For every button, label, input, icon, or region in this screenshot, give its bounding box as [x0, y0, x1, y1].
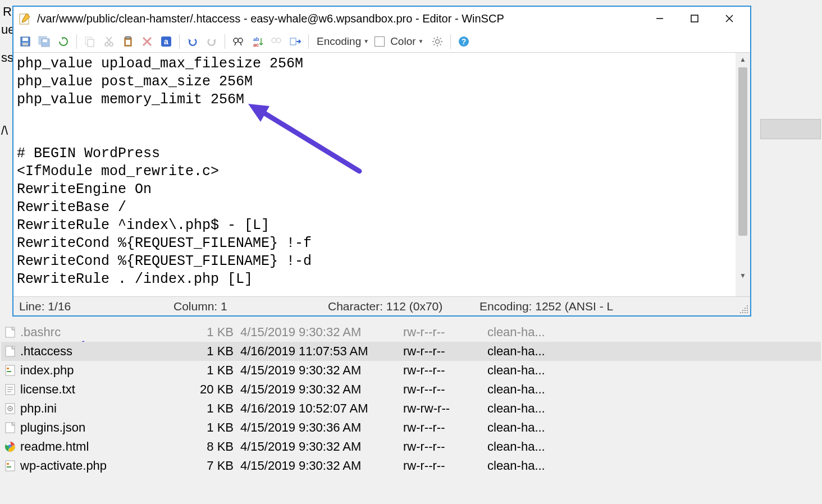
svg-rect-76: [7, 466, 11, 468]
svg-line-27: [235, 43, 236, 45]
svg-point-32: [276, 38, 281, 43]
svg-text:ac: ac: [253, 42, 259, 47]
svg-line-42: [440, 38, 441, 39]
svg-rect-48: [742, 310, 743, 311]
file-icon: [3, 440, 17, 453]
file-icon: [3, 326, 17, 339]
color-swatch[interactable]: [375, 36, 385, 47]
select-all-button[interactable]: a: [158, 33, 175, 50]
file-date: 4/15/2019 9:30:36 AM: [240, 420, 403, 435]
settings-button[interactable]: [429, 33, 446, 50]
file-row[interactable]: license.txt20 KB4/15/2019 9:30:32 AMrw-r…: [1, 380, 821, 399]
title-bar[interactable]: /var/www/public/clean-hamster/.htaccess …: [13, 7, 750, 30]
file-icon: [3, 421, 17, 434]
svg-rect-52: [742, 312, 743, 313]
toolbar-separator: [76, 34, 77, 49]
cut-button[interactable]: [101, 33, 117, 50]
save-button[interactable]: [17, 33, 34, 50]
find-next-button[interactable]: [268, 33, 285, 50]
file-icon: [3, 383, 17, 396]
svg-point-70: [10, 408, 11, 410]
color-dropdown[interactable]: Color▼: [387, 35, 427, 48]
scroll-up-icon[interactable]: ▲: [736, 53, 750, 66]
resize-grip-icon[interactable]: [740, 305, 749, 314]
file-size: 1 KB: [200, 363, 240, 378]
status-line: Line: 1/16: [13, 300, 168, 313]
file-icon: [3, 459, 17, 473]
svg-rect-54: [747, 312, 748, 313]
svg-point-24: [234, 38, 238, 43]
file-size: 20 KB: [200, 382, 240, 397]
editor-window: /var/www/public/clean-hamster/.htaccess …: [12, 6, 751, 317]
svg-line-41: [434, 44, 435, 45]
help-button[interactable]: ?: [455, 33, 472, 50]
editor-textarea[interactable]: php_value upload_max_filesize 256M php_v…: [13, 53, 736, 296]
file-name: index.php: [20, 363, 74, 378]
encoding-dropdown[interactable]: Encoding▼: [313, 35, 372, 48]
vertical-scrollbar[interactable]: ▲ ▼: [736, 53, 750, 296]
reload-button[interactable]: [55, 33, 72, 50]
save-all-button[interactable]: [36, 33, 53, 50]
file-date: 4/15/2019 9:30:32 AM: [240, 325, 403, 340]
file-list[interactable]: .bashrc1 KB4/15/2019 9:30:32 AMrw-r--r--…: [1, 323, 821, 475]
svg-rect-62: [7, 368, 9, 369]
toolbar: a abac Encoding▼ Color▼ ?: [13, 30, 750, 53]
paste-button[interactable]: [120, 33, 136, 50]
file-owner: clean-ha...: [487, 420, 566, 435]
file-size: 1 KB: [200, 325, 240, 340]
svg-rect-75: [7, 463, 9, 465]
file-owner: clean-ha...: [487, 325, 566, 340]
toolbar-separator: [225, 34, 225, 49]
file-name: .htaccess: [20, 344, 72, 359]
toolbar-separator: [179, 34, 180, 49]
svg-rect-33: [290, 38, 296, 45]
file-size: 7 KB: [200, 459, 240, 473]
file-size: 1 KB: [200, 344, 240, 359]
svg-point-14: [109, 43, 113, 46]
toolbar-separator: [450, 34, 451, 49]
svg-point-31: [272, 38, 276, 43]
close-button[interactable]: [712, 8, 747, 29]
file-permissions: rw-r--r--: [403, 382, 487, 397]
scroll-down-icon[interactable]: ▼: [736, 269, 750, 282]
svg-rect-61: [6, 365, 15, 375]
file-permissions: rw-r--r--: [403, 439, 487, 454]
svg-line-40: [440, 44, 441, 45]
file-size: 8 KB: [200, 439, 240, 454]
minimize-button[interactable]: [642, 8, 677, 29]
svg-line-39: [434, 38, 435, 39]
maximize-button[interactable]: [677, 8, 712, 29]
toolbar-separator: [308, 34, 309, 49]
file-owner: clean-ha...: [487, 382, 566, 397]
replace-button[interactable]: abac: [249, 33, 266, 50]
file-row[interactable]: .bashrc1 KB4/15/2019 9:30:32 AMrw-r--r--…: [1, 323, 821, 342]
file-permissions: rw-rw-r--: [403, 401, 487, 416]
bg-fragment: /\: [1, 123, 8, 138]
find-button[interactable]: [230, 33, 246, 50]
file-row[interactable]: plugins.json1 KB4/15/2019 9:30:36 AMrw-r…: [1, 418, 821, 437]
bg-fragment: R: [3, 4, 12, 19]
delete-button[interactable]: [139, 33, 156, 50]
file-row[interactable]: .htaccess1 KB4/16/2019 11:07:53 AMrw-r--…: [1, 342, 821, 361]
scrollbar-thumb[interactable]: [738, 67, 747, 236]
svg-rect-46: [745, 308, 746, 309]
copy-button[interactable]: [81, 33, 98, 50]
svg-line-28: [240, 43, 241, 45]
svg-rect-10: [43, 39, 47, 42]
file-name: plugins.json: [20, 420, 85, 435]
file-row[interactable]: wp-activate.php7 KB4/15/2019 9:30:32 AMr…: [1, 456, 821, 475]
file-name: .bashrc: [20, 325, 61, 340]
goto-button[interactable]: [287, 33, 304, 50]
svg-rect-45: [747, 305, 748, 306]
svg-rect-74: [6, 461, 15, 471]
file-row[interactable]: index.php1 KB4/15/2019 9:30:32 AMrw-r--r…: [1, 361, 821, 380]
svg-text:?: ?: [462, 37, 467, 46]
redo-button[interactable]: [203, 33, 220, 50]
file-row[interactable]: php.ini1 KB4/16/2019 10:52:07 AMrw-rw-r-…: [1, 399, 821, 418]
svg-point-13: [105, 43, 108, 46]
undo-button[interactable]: [184, 33, 201, 50]
window-title: /var/www/public/clean-hamster/.htaccess …: [37, 12, 642, 25]
file-row[interactable]: readme.html8 KB4/15/2019 9:30:32 AMrw-r-…: [1, 437, 821, 456]
svg-rect-49: [745, 310, 746, 311]
svg-rect-63: [7, 371, 11, 372]
